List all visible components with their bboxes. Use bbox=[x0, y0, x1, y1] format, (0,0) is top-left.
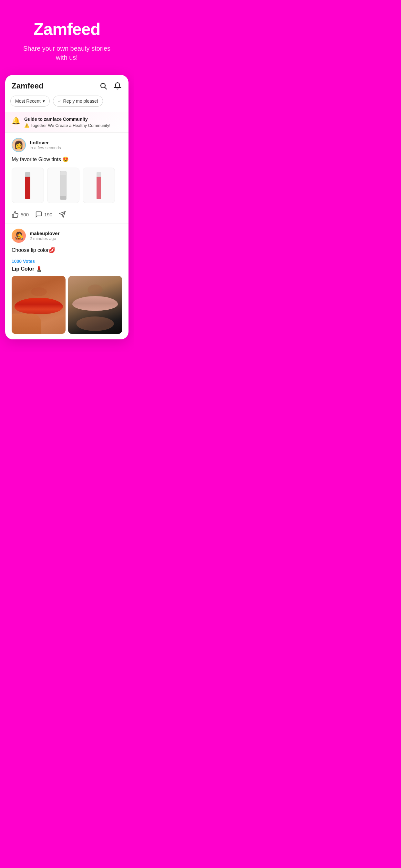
post-actions-1: 500 190 bbox=[11, 208, 122, 218]
like-count-1: 500 bbox=[21, 212, 29, 217]
post-tintlover: 👩 tintlover in a few seconds My favorite… bbox=[5, 133, 128, 223]
announcement-title: Guide to zamface Community bbox=[24, 117, 122, 122]
svg-line-1 bbox=[105, 88, 107, 89]
sort-arrow: ▾ bbox=[42, 98, 45, 104]
sort-filter-button[interactable]: Most Recent ▾ bbox=[10, 96, 50, 106]
main-card: Zamfeed Most Recent ▾ ✓ Reply me bbox=[5, 75, 128, 339]
post-time-1: in a few seconds bbox=[30, 145, 122, 150]
avatar-makeuplover: 🧑‍🎤 bbox=[11, 228, 26, 243]
announcement-content: Guide to zamface Community ⚠️ Together W… bbox=[24, 117, 122, 128]
poll-title: Lip Color 💄 bbox=[11, 266, 122, 272]
share-button-1[interactable] bbox=[59, 211, 66, 218]
votes-text: 1000 Votes bbox=[11, 259, 122, 264]
app-header: Zamfeed bbox=[5, 75, 128, 96]
username-makeuplover: makeuplover bbox=[30, 230, 122, 236]
hero-subtitle: Share your own beauty stories with us! bbox=[19, 44, 115, 62]
like-button-1[interactable]: 500 bbox=[11, 211, 29, 218]
post-time-2: 2 minutes ago bbox=[30, 236, 122, 241]
hero-section: Zamfeed Share your own beauty stories wi… bbox=[0, 0, 134, 75]
post-makeuplover: 🧑‍🎤 makeuplover 2 minutes ago Choose lip… bbox=[5, 223, 128, 339]
tag-label: Reply me please! bbox=[63, 98, 98, 104]
post-header-2: 🧑‍🎤 makeuplover 2 minutes ago bbox=[11, 228, 122, 243]
avatar-tintlover: 👩 bbox=[11, 138, 26, 152]
user-info-tintlover: tintlover in a few seconds bbox=[30, 140, 122, 150]
comment-button-1[interactable]: 190 bbox=[35, 211, 52, 218]
username-tintlover: tintlover bbox=[30, 140, 122, 145]
product-image-1[interactable] bbox=[11, 167, 44, 203]
announcement-bell-icon: 🔔 bbox=[11, 117, 20, 125]
notification-icon[interactable] bbox=[113, 82, 122, 90]
post-header-1: 👩 tintlover in a few seconds bbox=[11, 138, 122, 152]
sort-label: Most Recent bbox=[15, 98, 41, 104]
announcement-bar: 🔔 Guide to zamface Community ⚠️ Together… bbox=[5, 112, 128, 133]
lip-photo-right[interactable] bbox=[68, 276, 122, 334]
comment-count-1: 190 bbox=[44, 212, 52, 217]
hero-title: Zamfeed bbox=[34, 20, 100, 39]
lip-photos bbox=[11, 276, 122, 334]
product-image-3[interactable] bbox=[83, 167, 115, 203]
user-info-makeuplover: makeuplover 2 minutes ago bbox=[30, 230, 122, 241]
lip-photo-left[interactable] bbox=[11, 276, 66, 334]
filter-bar: Most Recent ▾ ✓ Reply me please! bbox=[5, 96, 128, 112]
announcement-body: ⚠️ Together We Create a Healthy Communit… bbox=[24, 123, 122, 128]
post-text-2: Choose lip color💋 bbox=[11, 247, 122, 254]
tag-check: ✓ bbox=[58, 99, 61, 104]
tag-filter-button[interactable]: ✓ Reply me please! bbox=[53, 96, 103, 106]
search-icon[interactable] bbox=[99, 82, 108, 90]
product-image-2[interactable] bbox=[47, 167, 80, 203]
header-icons bbox=[99, 82, 122, 90]
post-text-1: My favorite Glow tints 😍 bbox=[11, 156, 122, 163]
product-images bbox=[11, 167, 122, 203]
app-logo: Zamfeed bbox=[11, 82, 43, 90]
